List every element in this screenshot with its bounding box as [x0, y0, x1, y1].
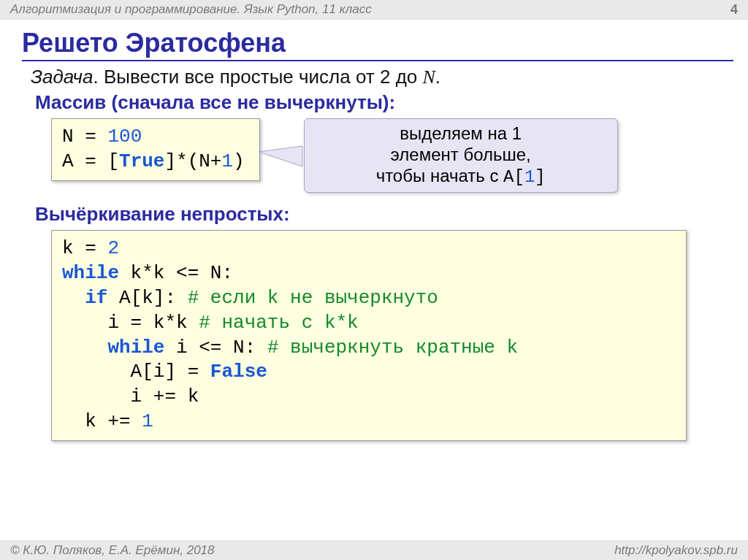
- header-bar: Алгоритмизация и программирование. Язык …: [0, 0, 748, 20]
- callout-connector: [260, 146, 304, 165]
- copyright-label: © К.Ю. Поляков, Е.А. Ерёмин, 2018: [10, 541, 215, 560]
- footer-url: http://kpolyakov.spb.ru: [614, 541, 738, 560]
- task-text-after: .: [435, 66, 440, 88]
- subheading-array: Массив (сначала все не вычеркнуты):: [35, 91, 733, 114]
- note-line-2: элемент больше,: [391, 145, 531, 164]
- code-note-row: N = 100 A = [True]*(N+1) выделяем на 1 э…: [51, 118, 733, 193]
- note-line-1: выделяем на 1: [400, 123, 522, 143]
- task-label: Задача: [31, 66, 93, 88]
- content-area: Решето Эратосфена Задача. Вывести все пр…: [22, 28, 733, 538]
- slide: Алгоритмизация и программирование. Язык …: [0, 0, 748, 560]
- course-label: Алгоритмизация и программирование. Язык …: [10, 0, 372, 19]
- subheading-cross: Вычёркивание непростых:: [35, 203, 733, 226]
- note-line-3: чтобы начать с A[1]: [376, 166, 546, 185]
- code-text: k = 2 while k*k <= N: if A[k]: # если k …: [62, 237, 518, 432]
- task-N: N: [423, 66, 435, 88]
- page-title: Решето Эратосфена: [22, 28, 733, 61]
- footer-bar: © К.Ю. Поляков, Е.А. Ерёмин, 2018 http:/…: [0, 540, 748, 560]
- callout-note: выделяем на 1 элемент больше, чтобы нача…: [304, 118, 618, 193]
- code-text: N = 100 A = [True]*(N+1): [62, 126, 245, 172]
- code-block-init: N = 100 A = [True]*(N+1): [51, 118, 260, 181]
- task-line: Задача. Вывести все простые числа от 2 д…: [31, 66, 733, 88]
- code-block-sieve: k = 2 while k*k <= N: if A[k]: # если k …: [51, 230, 687, 440]
- task-text-before: . Вывести все простые числа от 2 до: [93, 66, 422, 88]
- page-number: 4: [730, 0, 738, 19]
